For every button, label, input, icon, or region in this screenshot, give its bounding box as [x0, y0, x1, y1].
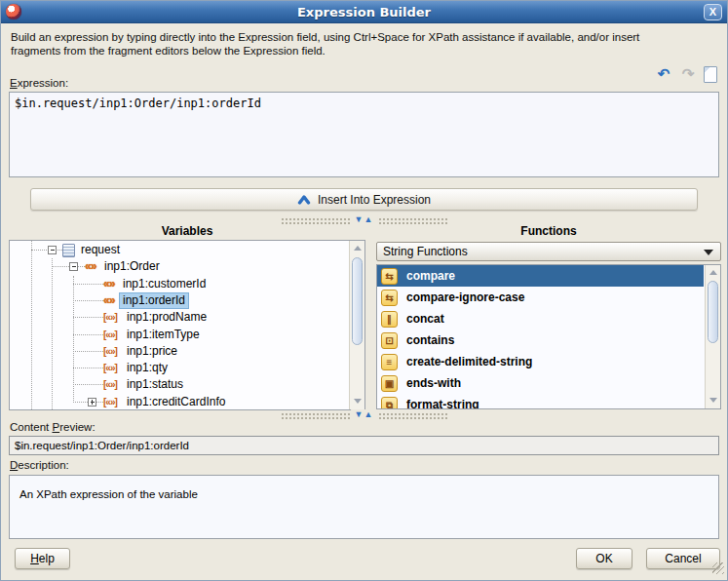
close-button[interactable]: X — [704, 4, 722, 20]
title-bar[interactable]: Expression Builder X — [1, 1, 727, 23]
tree-connector — [31, 250, 62, 251]
tree-node-inp1:prodName[interactable]: [«»]inp1:prodName — [10, 309, 348, 326]
function-label: create-delimited-string — [406, 355, 532, 368]
attribute-icon: [«»] — [103, 377, 117, 393]
collapse-icon[interactable] — [48, 246, 57, 254]
tree-node-label[interactable]: inp1:customerId — [120, 277, 209, 291]
functions-pane: ⇆compare⇆compare-ignore-case∥concat⊡cont… — [376, 264, 721, 409]
tree-node-label[interactable]: inp1:orderId — [120, 293, 188, 308]
insert-into-expression-label: Insert Into Expression — [318, 193, 431, 207]
chevron-up-icon — [297, 194, 311, 205]
function-item-compare-ignore-case[interactable]: ⇆compare-ignore-case — [377, 287, 704, 308]
function-category-select[interactable]: String Functions — [376, 242, 721, 261]
resize-grip[interactable] — [712, 562, 724, 574]
element-icon: «» — [103, 277, 114, 291]
function-label: ends-with — [406, 376, 461, 390]
attribute-icon: [«»] — [103, 361, 117, 376]
dropdown-arrow-icon — [704, 250, 713, 255]
clear-document-icon[interactable] — [704, 66, 717, 83]
redo-icon: ↷ — [679, 65, 697, 83]
function-label: compare — [406, 269, 455, 283]
expand-icon[interactable] — [88, 398, 96, 407]
function-item-format-string[interactable]: ⧉format-string — [377, 394, 704, 408]
function-icon: ⇆ — [381, 290, 398, 306]
attribute-icon: [«»] — [103, 310, 117, 326]
tree-node-inp1:qty[interactable]: [«»]inp1:qty — [10, 360, 348, 376]
function-icon: ⧉ — [381, 397, 398, 409]
tree-node-label[interactable]: inp1:Order — [101, 259, 163, 274]
attribute-icon: [«»] — [103, 395, 117, 409]
function-label: format-string — [406, 398, 479, 408]
tree-node-inp1:itemType[interactable]: [«»]inp1:itemType — [10, 327, 348, 343]
scroll-down-icon[interactable] — [350, 395, 365, 408]
cancel-button[interactable]: Cancel — [646, 548, 720, 569]
tree-node-label[interactable]: request — [78, 243, 123, 257]
horizontal-splitter-top[interactable]: ▼▲ — [281, 216, 448, 224]
tree-connector — [73, 317, 103, 318]
tree-node-request[interactable]: request — [10, 242, 348, 258]
description-text: An XPath expression of the variable — [9, 475, 719, 539]
expression-label: Expression: — [10, 77, 68, 89]
variables-scrollbar[interactable] — [349, 241, 364, 409]
collapse-icon[interactable] — [69, 262, 78, 271]
tree-node-inp1:price[interactable]: [«»]inp1:price — [10, 343, 348, 360]
tree-node-inp1:orderId[interactable]: «»inp1:orderId — [10, 292, 348, 309]
insert-into-expression-button[interactable]: Insert Into Expression — [30, 188, 698, 211]
content-preview-value: $in.request/inp1:Order/inp1:orderId — [9, 436, 719, 455]
tree-connector — [52, 266, 85, 267]
tree-node-inp1:Order[interactable]: «»inp1:Order — [10, 258, 348, 275]
attribute-icon: [«»] — [103, 344, 117, 360]
function-item-ends-with[interactable]: ▣ends-with — [377, 372, 704, 394]
functions-scrollbar[interactable] — [705, 265, 720, 408]
element-icon: «» — [103, 293, 114, 308]
help-button[interactable]: Help — [15, 548, 70, 569]
expression-toolbar: ↶ ↷ — [655, 65, 717, 83]
function-icon: ≡ — [381, 354, 398, 370]
scroll-down-icon[interactable] — [706, 394, 721, 407]
variables-tree: request«»inp1:Order«»inp1:customerId«»in… — [10, 241, 348, 409]
variables-header: Variables — [9, 224, 365, 238]
description-label: Description: — [10, 459, 69, 471]
tree-connector — [73, 384, 103, 385]
tree-node-label[interactable]: inp1:qty — [124, 361, 171, 375]
splitter-collapse-icons[interactable]: ▼▲ — [351, 214, 378, 224]
attribute-icon: [«»] — [103, 328, 117, 343]
function-label: contains — [406, 333, 454, 347]
tree-node-label[interactable]: inp1:creditCardInfo — [124, 395, 228, 409]
function-item-concat[interactable]: ∥concat — [377, 308, 704, 329]
function-icon: ∥ — [381, 311, 398, 328]
function-item-create-delimited-string[interactable]: ≡create-delimited-string — [377, 351, 704, 372]
undo-icon[interactable]: ↶ — [655, 65, 672, 83]
function-item-contains[interactable]: ⊡contains — [377, 329, 704, 351]
function-label: concat — [406, 312, 444, 326]
scroll-up-icon[interactable] — [350, 242, 365, 255]
splitter-collapse-icons[interactable]: ▼▲ — [351, 409, 378, 419]
tree-node-inp1:customerId[interactable]: «»inp1:customerId — [10, 276, 348, 292]
tree-connector — [73, 284, 103, 285]
tree-connector — [73, 334, 103, 335]
function-icon: ⇆ — [381, 268, 398, 285]
tree-node-inp1:status[interactable]: [«»]inp1:status — [10, 376, 348, 393]
tree-connector — [73, 300, 103, 301]
function-item-compare[interactable]: ⇆compare — [377, 265, 704, 287]
variables-pane: request«»inp1:Order«»inp1:customerId«»in… — [9, 240, 365, 410]
expression-input[interactable]: $in.request/inp1:Order/inp1:orderId — [9, 92, 719, 177]
content-preview-label: Content Preview: — [10, 421, 96, 433]
variable-icon — [62, 244, 75, 257]
tree-node-inp1:creditCardInfo[interactable]: [«»]inp1:creditCardInfo — [10, 394, 348, 409]
tree-connector — [73, 351, 103, 352]
horizontal-splitter-bottom[interactable]: ▼▲ — [281, 411, 448, 419]
tree-node-label[interactable]: inp1:status — [124, 377, 186, 392]
variables-scrollbar-thumb[interactable] — [352, 257, 363, 345]
functions-scrollbar-thumb[interactable] — [708, 281, 718, 343]
ok-button[interactable]: OK — [576, 548, 632, 569]
tree-node-label[interactable]: inp1:prodName — [124, 310, 210, 325]
intro-line-1: Build an expression by typing directly i… — [11, 30, 703, 44]
scroll-up-icon[interactable] — [706, 266, 721, 280]
tree-node-label[interactable]: inp1:itemType — [124, 328, 203, 342]
function-category-value: String Functions — [383, 245, 468, 258]
function-icon: ⊡ — [381, 332, 398, 349]
expression-builder-dialog: Expression Builder X Build an expression… — [0, 0, 728, 581]
function-icon: ▣ — [381, 375, 398, 392]
tree-node-label[interactable]: inp1:price — [124, 344, 180, 359]
